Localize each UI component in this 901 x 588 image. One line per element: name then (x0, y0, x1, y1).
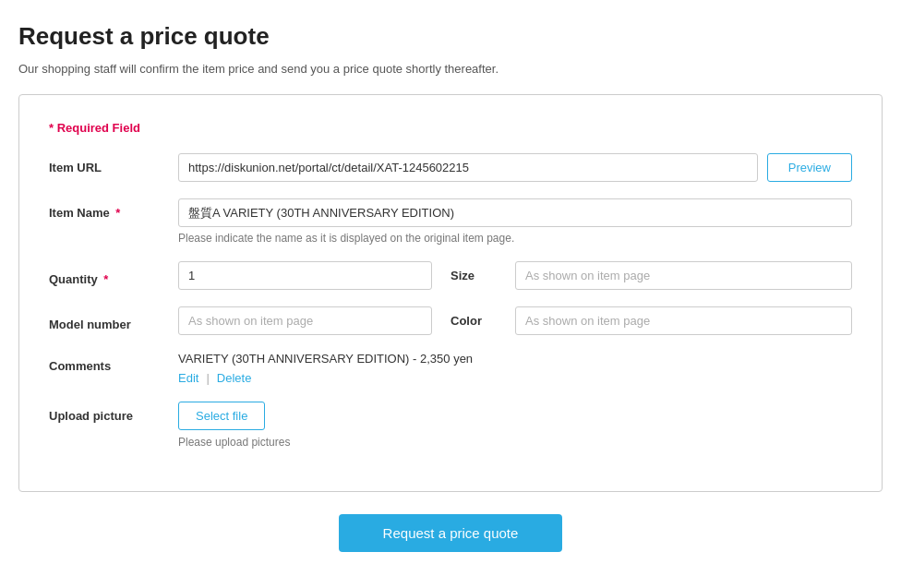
item-name-label: Item Name * (49, 198, 178, 220)
item-name-field-content: Please indicate the name as it is displa… (178, 198, 852, 245)
quantity-size-row: Quantity * Size (49, 261, 852, 290)
color-group: Color (450, 306, 852, 335)
form-container: * Required Field Item URL Preview Item N… (18, 94, 883, 492)
item-url-input[interactable] (178, 153, 758, 182)
quantity-input-wrapper (178, 261, 450, 290)
required-field-label: * Required Field (49, 121, 852, 135)
size-input[interactable] (515, 261, 852, 290)
preview-button[interactable]: Preview (767, 153, 852, 182)
select-file-button[interactable]: Select file (178, 402, 265, 430)
upload-picture-label: Upload picture (49, 402, 178, 423)
upload-hint: Please upload pictures (178, 436, 852, 449)
url-input-wrapper (178, 153, 758, 182)
upload-picture-content: Select file Please upload pictures (178, 402, 852, 449)
submit-row: Request a price quote (18, 514, 883, 552)
size-label: Size (450, 269, 515, 282)
url-row: Preview (178, 153, 852, 182)
page-title: Request a price quote (18, 22, 883, 51)
item-name-hint: Please indicate the name as it is displa… (178, 232, 852, 245)
comments-delete-button[interactable]: Delete (217, 371, 252, 385)
item-url-row: Item URL Preview (49, 153, 852, 182)
color-input[interactable] (515, 306, 852, 335)
comments-text: VARIETY (30TH ANNIVERSARY EDITION) - 2,3… (178, 352, 852, 366)
size-group: Size (450, 261, 852, 290)
comments-label: Comments (49, 352, 178, 373)
quantity-label: Quantity * (49, 265, 178, 286)
upload-picture-row: Upload picture Select file Please upload… (49, 402, 852, 449)
submit-button[interactable]: Request a price quote (339, 514, 563, 552)
item-name-row: Item Name * Please indicate the name as … (49, 198, 852, 245)
model-color-row: Model number Color (49, 306, 852, 335)
model-group: Model number (49, 306, 450, 335)
color-label: Color (450, 314, 515, 328)
model-input-wrapper (178, 306, 450, 335)
model-number-input[interactable] (178, 306, 432, 335)
quantity-group: Quantity * (49, 261, 450, 290)
page-subtitle: Our shopping staff will confirm the item… (18, 62, 883, 76)
item-name-input[interactable] (178, 198, 852, 227)
comments-edit-button[interactable]: Edit (178, 371, 198, 385)
quantity-required-star: * (101, 272, 109, 286)
comments-content: VARIETY (30TH ANNIVERSARY EDITION) - 2,3… (178, 352, 852, 385)
comments-row: Comments VARIETY (30TH ANNIVERSARY EDITI… (49, 352, 852, 385)
required-star: * (113, 206, 121, 220)
size-input-wrapper (515, 261, 852, 290)
quantity-input[interactable] (178, 261, 432, 290)
comments-link-divider: | (206, 371, 209, 385)
model-number-label: Model number (49, 310, 178, 331)
item-url-label: Item URL (49, 153, 178, 174)
color-input-wrapper (515, 306, 852, 335)
comments-links: Edit | Delete (178, 371, 852, 385)
item-url-field-content: Preview (178, 153, 852, 182)
